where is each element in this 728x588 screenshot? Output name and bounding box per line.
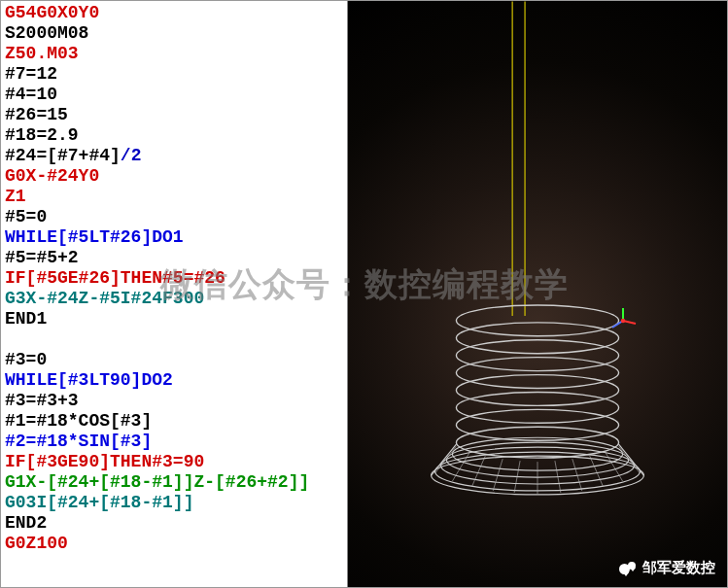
- code-line[interactable]: G54G0X0Y0: [5, 3, 343, 23]
- code-segment: IF[#5GE#26]THEN#5=#26: [5, 268, 225, 288]
- svg-point-2: [456, 305, 618, 336]
- svg-point-6: [456, 375, 618, 406]
- code-line[interactable]: G1X-[#24+[#18-#1]]Z-[#26+#2]]: [5, 472, 343, 493]
- code-segment: G1X-[#24+[#18-#1]]Z-[#26+#2]]: [5, 472, 309, 492]
- toolpath-svg: [348, 1, 727, 587]
- svg-point-7: [456, 392, 618, 423]
- code-segment: IF[#3GE90]THEN#3=90: [5, 452, 204, 471]
- code-line[interactable]: #1=#18*COS[#3]: [5, 411, 343, 432]
- code-segment: #26=15: [5, 105, 68, 124]
- code-segment: #1=#18*COS[#3]: [5, 411, 152, 431]
- code-segment: G54G0X0Y0: [5, 3, 99, 22]
- code-line[interactable]: #3=0: [5, 350, 343, 370]
- code-segment: WHILE[#5LT#26]DO1: [5, 227, 184, 247]
- code-line[interactable]: #26=15: [5, 105, 343, 125]
- code-segment: #24=[#7+#4]: [5, 146, 121, 165]
- app-root: G54G0X0Y0S2000M08Z50.M03#7=12#4=10#26=15…: [0, 0, 728, 588]
- code-line[interactable]: #18=2.9: [5, 125, 343, 146]
- svg-point-5: [456, 358, 618, 389]
- toolpath-viewport[interactable]: 邹军爱数控: [348, 1, 727, 587]
- code-segment: /2: [121, 146, 142, 165]
- code-segment: Z1: [5, 187, 26, 206]
- code-line[interactable]: #5=0: [5, 207, 343, 227]
- credit-badge: 邹军爱数控: [619, 559, 715, 577]
- code-segment: S2000M08: [5, 23, 88, 43]
- code-segment: Z50.M03: [5, 44, 79, 63]
- code-line[interactable]: G0Z100: [5, 534, 343, 554]
- code-line[interactable]: [5, 329, 343, 350]
- code-segment: G03I[#24+[#18-#1]]: [5, 493, 193, 512]
- code-line[interactable]: #24=[#7+#4]/2: [5, 146, 343, 166]
- code-line[interactable]: G03I[#24+[#18-#1]]: [5, 493, 343, 513]
- credit-text: 邹军爱数控: [642, 559, 715, 577]
- code-line[interactable]: WHILE[#3LT90]DO2: [5, 370, 343, 391]
- code-line[interactable]: IF[#3GE90]THEN#3=90: [5, 452, 343, 472]
- code-line[interactable]: #2=#18*SIN[#3]: [5, 432, 343, 452]
- code-segment: #3=0: [5, 350, 47, 369]
- code-line[interactable]: #5=#5+2: [5, 248, 343, 268]
- code-line[interactable]: #7=12: [5, 64, 343, 85]
- code-line[interactable]: #3=#3+3: [5, 391, 343, 411]
- code-line[interactable]: IF[#5GE#26]THEN#5=#26: [5, 268, 343, 289]
- svg-line-25: [590, 456, 604, 487]
- code-line[interactable]: Z1: [5, 187, 343, 207]
- code-segment: #4=10: [5, 85, 57, 104]
- code-line[interactable]: WHILE[#5LT#26]DO1: [5, 227, 343, 248]
- svg-point-3: [456, 323, 618, 354]
- code-line[interactable]: Z50.M03: [5, 44, 343, 64]
- code-segment: END2: [5, 513, 47, 533]
- code-line[interactable]: END1: [5, 309, 343, 329]
- code-segment: [5, 329, 16, 349]
- code-line[interactable]: G0X-#24Y0: [5, 166, 343, 187]
- code-segment: #7=12: [5, 64, 57, 84]
- code-segment: #5=0: [5, 207, 47, 226]
- code-segment: G0X-#24Y0: [5, 166, 99, 186]
- code-segment: WHILE[#3LT90]DO2: [5, 370, 173, 390]
- wechat-icon: [619, 560, 637, 577]
- svg-line-19: [471, 456, 485, 487]
- gcode-editor[interactable]: G54G0X0Y0S2000M08Z50.M03#7=12#4=10#26=15…: [1, 1, 348, 587]
- code-segment: #2=#18*SIN[#3]: [5, 432, 152, 451]
- code-line[interactable]: G3X-#24Z-#5I#24F300: [5, 289, 343, 309]
- code-segment: G3X-#24Z-#5I#24F300: [5, 289, 204, 308]
- code-line[interactable]: S2000M08: [5, 23, 343, 44]
- code-segment: G0Z100: [5, 534, 68, 553]
- code-segment: #18=2.9: [5, 125, 79, 145]
- code-segment: END1: [5, 309, 47, 329]
- code-line[interactable]: END2: [5, 513, 343, 534]
- code-segment: #3=#3+3: [5, 391, 79, 410]
- svg-point-4: [456, 340, 618, 371]
- code-segment: #5=#5+2: [5, 248, 79, 267]
- svg-point-8: [456, 409, 618, 440]
- code-line[interactable]: #4=10: [5, 85, 343, 105]
